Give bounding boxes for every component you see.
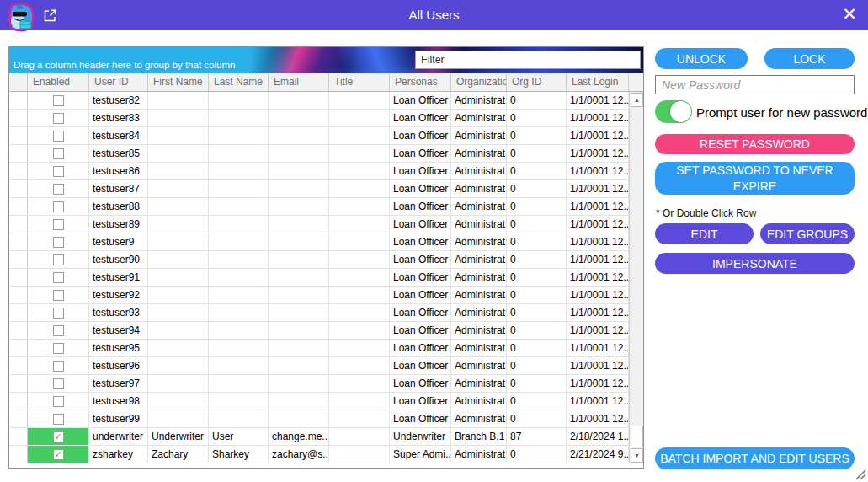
table-row[interactable]: testuser97Loan OfficerAdministrat...01/1… xyxy=(9,375,629,393)
filter-input[interactable] xyxy=(415,51,641,69)
cell-organization: Administrat... xyxy=(451,269,507,286)
cell-organization: Administrat... xyxy=(451,216,507,233)
cell-organization: Administrat... xyxy=(451,127,507,144)
column-header-personas[interactable]: Personas xyxy=(390,73,451,91)
column-header-last-name[interactable]: Last Name xyxy=(209,73,269,91)
column-header-last-login[interactable]: Last Login xyxy=(567,73,629,91)
cell-last-login: 1/1/0001 12... xyxy=(567,322,629,339)
enabled-checkbox[interactable] xyxy=(53,237,64,248)
scroll-up-icon[interactable]: ▲ xyxy=(631,93,643,107)
cell-title xyxy=(329,393,390,410)
enabled-cell xyxy=(28,393,89,410)
enabled-checkbox[interactable] xyxy=(53,113,64,124)
scroll-down-icon[interactable]: ▼ xyxy=(631,448,643,463)
cell-last-name xyxy=(209,216,269,233)
enabled-checkbox[interactable] xyxy=(53,290,64,301)
column-header-organization[interactable]: Organization xyxy=(451,73,507,91)
close-icon[interactable]: ✕ xyxy=(838,3,861,26)
enabled-checkbox[interactable] xyxy=(53,95,64,106)
users-grid: Drag a column header here to group by th… xyxy=(8,46,644,469)
table-row[interactable]: testuser98Loan OfficerAdministrat...01/1… xyxy=(9,393,629,410)
table-row[interactable]: testuser85Loan OfficerAdministrat...01/1… xyxy=(9,145,629,163)
enabled-checkbox[interactable] xyxy=(53,414,64,425)
page-title: All Users xyxy=(0,8,868,22)
never-expire-button[interactable]: SET PASSWORD TO NEVER EXPIRE xyxy=(655,162,855,195)
cell-email xyxy=(269,340,329,356)
reset-password-button[interactable]: RESET PASSWORD xyxy=(655,134,855,154)
cell-org-id: 0 xyxy=(507,251,567,268)
enabled-checkbox[interactable] xyxy=(53,396,64,407)
lock-button[interactable]: LOCK xyxy=(764,48,855,69)
impersonate-button[interactable]: IMPERSONATE xyxy=(655,253,855,274)
cell-title xyxy=(329,287,390,303)
enabled-checkbox[interactable] xyxy=(53,325,64,336)
cell-organization: Administrat... xyxy=(451,198,507,215)
enabled-checkbox[interactable] xyxy=(53,131,64,142)
cell-last-name xyxy=(209,322,269,339)
cell-personas: Loan Officer xyxy=(390,410,451,427)
cell-last-login: 1/1/0001 12... xyxy=(567,92,629,109)
table-row[interactable]: testuser86Loan OfficerAdministrat...01/1… xyxy=(9,163,629,180)
cell-email xyxy=(269,304,329,321)
column-header-email[interactable]: Email xyxy=(269,73,329,91)
table-row[interactable]: testuser95Loan OfficerAdministrat...01/1… xyxy=(9,340,629,357)
enabled-checkbox[interactable] xyxy=(53,184,64,195)
table-row[interactable]: testuser87Loan OfficerAdministrat...01/1… xyxy=(9,180,629,198)
table-row[interactable]: testuser99Loan OfficerAdministrat...01/1… xyxy=(9,410,629,428)
table-row[interactable]: testuser89Loan OfficerAdministrat...01/1… xyxy=(9,216,629,233)
table-row[interactable]: testuser90Loan OfficerAdministrat...01/1… xyxy=(9,251,629,269)
cell-user-id: testuser84 xyxy=(89,127,148,144)
table-row[interactable]: testuser96Loan OfficerAdministrat...01/1… xyxy=(9,357,629,375)
table-row[interactable]: testuser92Loan OfficerAdministrat...01/1… xyxy=(9,287,629,304)
vertical-scrollbar[interactable]: ▲ ▼ xyxy=(629,92,643,463)
table-row[interactable]: testuser83Loan OfficerAdministrat...01/1… xyxy=(9,110,629,127)
edit-button[interactable]: EDIT xyxy=(655,223,754,244)
enabled-checkbox[interactable] xyxy=(53,272,64,283)
enabled-checkbox[interactable] xyxy=(53,361,64,372)
prompt-password-toggle[interactable] xyxy=(655,100,692,123)
cell-org-id: 0 xyxy=(507,322,567,339)
resize-grip-icon[interactable] xyxy=(855,469,866,480)
enabled-checkbox[interactable]: ✓ xyxy=(53,449,64,460)
cell-title xyxy=(329,251,390,268)
enabled-checkbox[interactable] xyxy=(53,343,64,354)
cell-first-name xyxy=(148,163,209,179)
table-row[interactable]: testuser94Loan OfficerAdministrat...01/1… xyxy=(9,322,629,340)
enabled-checkbox[interactable] xyxy=(53,378,64,389)
enabled-checkbox[interactable] xyxy=(53,148,64,159)
row-indicator xyxy=(9,340,28,356)
cell-personas: Loan Officer xyxy=(390,393,451,410)
table-row[interactable]: testuser84Loan OfficerAdministrat...01/1… xyxy=(9,127,629,145)
enabled-checkbox[interactable] xyxy=(53,166,64,177)
enabled-checkbox[interactable]: ✓ xyxy=(53,431,64,442)
scrollbar-thumb[interactable] xyxy=(631,426,643,447)
row-indicator xyxy=(9,163,28,179)
cell-personas: Loan Officer xyxy=(390,340,451,356)
column-header-first-name[interactable]: First Name xyxy=(148,73,209,91)
column-header-title[interactable]: Title xyxy=(329,73,390,91)
table-row[interactable]: testuser9Loan OfficerAdministrat...01/1/… xyxy=(9,233,629,251)
batch-import-button[interactable]: BATCH IMPORT AND EDIT USERS xyxy=(655,447,855,469)
table-row[interactable]: testuser93Loan OfficerAdministrat...01/1… xyxy=(9,304,629,322)
table-row[interactable]: testuser82Loan OfficerAdministrat...01/1… xyxy=(9,92,629,110)
unlock-button[interactable]: UNLOCK xyxy=(655,48,748,69)
cell-org-id: 0 xyxy=(507,145,567,162)
new-password-field[interactable] xyxy=(655,75,855,94)
table-row[interactable]: testuser88Loan OfficerAdministrat...01/1… xyxy=(9,198,629,216)
enabled-cell xyxy=(28,92,89,109)
table-row[interactable]: testuser91Loan OfficerAdministrat...01/1… xyxy=(9,269,629,287)
cell-personas: Loan Officer xyxy=(390,322,451,339)
cell-personas: Loan Officer xyxy=(390,375,451,392)
column-header-enabled[interactable]: Enabled xyxy=(28,73,89,91)
enabled-checkbox[interactable] xyxy=(53,254,64,265)
cell-title xyxy=(329,340,390,356)
enabled-checkbox[interactable] xyxy=(53,308,64,319)
table-row[interactable]: ✓zsharkeyZacharySharkeyzachary@s...Super… xyxy=(9,446,629,463)
column-header-user-id[interactable]: User ID xyxy=(89,73,148,91)
enabled-checkbox[interactable] xyxy=(53,219,64,230)
column-header-org-id[interactable]: Org ID xyxy=(507,73,567,91)
table-row[interactable]: ✓underwriterUnderwriterUserchange.me...U… xyxy=(9,428,629,446)
edit-groups-button[interactable]: EDIT GROUPS xyxy=(760,223,855,244)
enabled-checkbox[interactable] xyxy=(53,201,64,212)
check-icon: ✓ xyxy=(54,450,61,459)
